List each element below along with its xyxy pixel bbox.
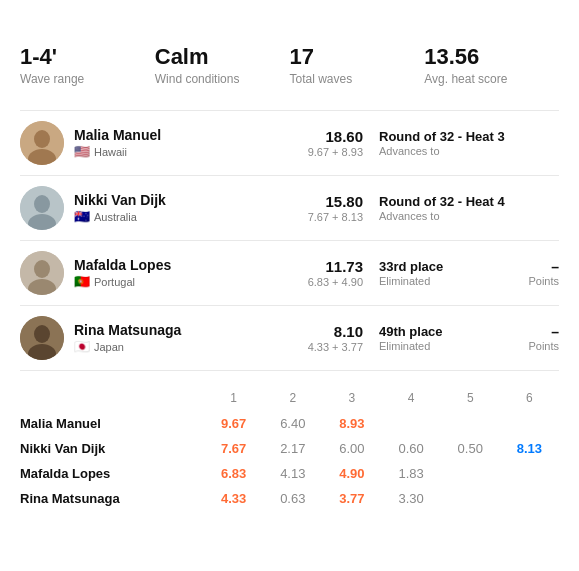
svg-point-10 xyxy=(34,325,50,343)
stat-item: Calm Wind conditions xyxy=(155,44,290,86)
result-section: 49th place Eliminated xyxy=(379,324,519,352)
result-sub: Eliminated xyxy=(379,275,519,287)
country-flag: 🇺🇸 xyxy=(74,144,90,159)
stat-item: 1-4' Wave range xyxy=(20,44,155,86)
country-name: Australia xyxy=(94,211,137,223)
points-label: Points xyxy=(519,275,559,287)
score-cell xyxy=(500,411,559,436)
result-sub: Advances to xyxy=(379,210,519,222)
athlete-country: 🇦🇺 Australia xyxy=(74,209,303,224)
score-cell: 3.77 xyxy=(322,486,381,511)
result-label: Round of 32 - Heat 3 xyxy=(379,129,519,144)
wave-scores: 7.67 + 8.13 xyxy=(303,211,363,223)
stat-label: Total waves xyxy=(290,72,425,86)
avatar xyxy=(20,121,64,165)
result-section: Round of 32 - Heat 3 Advances to xyxy=(379,129,519,157)
score-cell: 2.17 xyxy=(263,436,322,461)
stat-label: Wind conditions xyxy=(155,72,290,86)
country-name: Hawaii xyxy=(94,146,127,158)
athlete-country: 🇵🇹 Portugal xyxy=(74,274,303,289)
country-flag: 🇵🇹 xyxy=(74,274,90,289)
score-row: Rina Matsunaga4.330.633.773.30 xyxy=(20,486,559,511)
score-cell: 1.83 xyxy=(382,461,441,486)
points-section: – Points xyxy=(519,324,559,352)
athlete-row: Rina Matsunaga 🇯🇵 Japan 8.10 4.33 + 3.77… xyxy=(20,306,559,371)
country-name: Portugal xyxy=(94,276,135,288)
points-section: – Points xyxy=(519,259,559,287)
athlete-info: Rina Matsunaga 🇯🇵 Japan xyxy=(74,322,303,354)
stat-value: Calm xyxy=(155,44,290,70)
score-section: 11.73 6.83 + 4.90 xyxy=(303,258,363,288)
score-col-header: 6 xyxy=(500,389,559,411)
score-cell: 6.83 xyxy=(204,461,263,486)
score-cell xyxy=(441,461,500,486)
score-col-header: 3 xyxy=(322,389,381,411)
avatar xyxy=(20,251,64,295)
score-cell: 0.50 xyxy=(441,436,500,461)
score-cell: 8.13 xyxy=(500,436,559,461)
avatar xyxy=(20,186,64,230)
result-label: Round of 32 - Heat 4 xyxy=(379,194,519,209)
score-row: Malia Manuel9.676.408.93 xyxy=(20,411,559,436)
athlete-info: Malia Manuel 🇺🇸 Hawaii xyxy=(74,127,303,159)
score-cell: 6.00 xyxy=(322,436,381,461)
athlete-name: Mafalda Lopes xyxy=(74,257,303,273)
wave-scores: 6.83 + 4.90 xyxy=(303,276,363,288)
athlete-row: Malia Manuel 🇺🇸 Hawaii 18.60 9.67 + 8.93… xyxy=(20,111,559,176)
score-table: 123456 Malia Manuel9.676.408.93Nikki Van… xyxy=(20,389,559,511)
score-cell: 6.40 xyxy=(263,411,322,436)
athlete-name: Nikki Van Dijk xyxy=(74,192,303,208)
wave-scores: 4.33 + 3.77 xyxy=(303,341,363,353)
stat-label: Avg. heat score xyxy=(424,72,559,86)
score-cell: 9.67 xyxy=(204,411,263,436)
athletes-list: Malia Manuel 🇺🇸 Hawaii 18.60 9.67 + 8.93… xyxy=(20,111,559,371)
country-name: Japan xyxy=(94,341,124,353)
score-col-header: 1 xyxy=(204,389,263,411)
score-cell: 0.60 xyxy=(382,436,441,461)
score-cell xyxy=(441,486,500,511)
score-athlete-name: Nikki Van Dijk xyxy=(20,436,204,461)
score-row: Mafalda Lopes6.834.134.901.83 xyxy=(20,461,559,486)
score-col-header: 2 xyxy=(263,389,322,411)
result-sub: Eliminated xyxy=(379,340,519,352)
stat-value: 13.56 xyxy=(424,44,559,70)
country-flag: 🇯🇵 xyxy=(74,339,90,354)
points-value: – xyxy=(519,324,559,340)
athlete-country: 🇺🇸 Hawaii xyxy=(74,144,303,159)
score-col-header xyxy=(20,389,204,411)
score-cell xyxy=(500,461,559,486)
country-flag: 🇦🇺 xyxy=(74,209,90,224)
score-athlete-name: Mafalda Lopes xyxy=(20,461,204,486)
stat-item: 13.56 Avg. heat score xyxy=(424,44,559,86)
score-cell xyxy=(382,411,441,436)
total-score: 8.10 xyxy=(303,323,363,340)
score-cell: 0.63 xyxy=(263,486,322,511)
stat-label: Wave range xyxy=(20,72,155,86)
score-col-header: 4 xyxy=(382,389,441,411)
score-cell: 3.30 xyxy=(382,486,441,511)
points-value: – xyxy=(519,259,559,275)
score-cell: 4.13 xyxy=(263,461,322,486)
score-section: 8.10 4.33 + 3.77 xyxy=(303,323,363,353)
athlete-row: Nikki Van Dijk 🇦🇺 Australia 15.80 7.67 +… xyxy=(20,176,559,241)
total-score: 15.80 xyxy=(303,193,363,210)
score-athlete-name: Malia Manuel xyxy=(20,411,204,436)
svg-point-4 xyxy=(34,195,50,213)
result-label: 49th place xyxy=(379,324,519,339)
score-table-section: 123456 Malia Manuel9.676.408.93Nikki Van… xyxy=(20,389,559,511)
total-score: 18.60 xyxy=(303,128,363,145)
stat-value: 17 xyxy=(290,44,425,70)
athlete-row: Mafalda Lopes 🇵🇹 Portugal 11.73 6.83 + 4… xyxy=(20,241,559,306)
athlete-info: Nikki Van Dijk 🇦🇺 Australia xyxy=(74,192,303,224)
page-header xyxy=(20,18,559,22)
athlete-info: Mafalda Lopes 🇵🇹 Portugal xyxy=(74,257,303,289)
avatar xyxy=(20,316,64,360)
result-section: 33rd place Eliminated xyxy=(379,259,519,287)
score-cell: 7.67 xyxy=(204,436,263,461)
athlete-name: Rina Matsunaga xyxy=(74,322,303,338)
score-cell: 4.33 xyxy=(204,486,263,511)
score-cell xyxy=(441,411,500,436)
stat-value: 1-4' xyxy=(20,44,155,70)
score-row: Nikki Van Dijk7.672.176.000.600.508.13 xyxy=(20,436,559,461)
result-sub: Advances to xyxy=(379,145,519,157)
